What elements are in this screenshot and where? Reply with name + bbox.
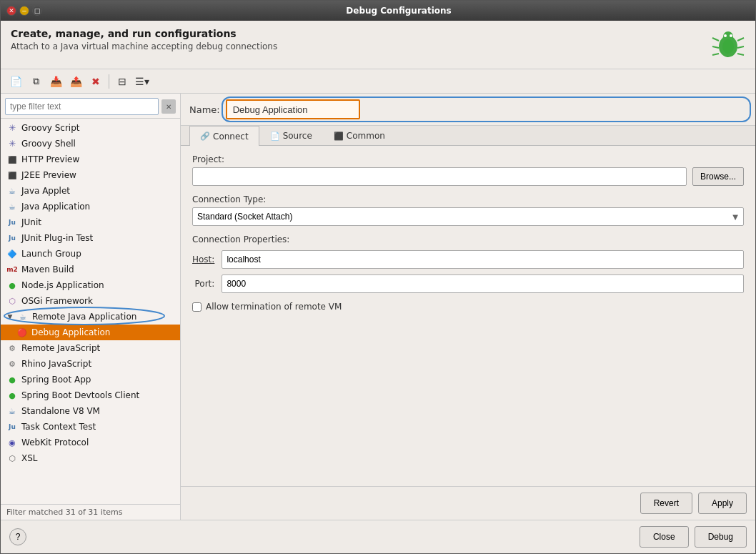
filter-status: Filter matched 31 of 31 items xyxy=(1,504,180,520)
export-button[interactable]: 📤 xyxy=(66,72,85,91)
junit-icon: Ju xyxy=(6,217,18,228)
collapse-button[interactable]: ⊟ xyxy=(113,72,131,91)
groovy-shell-icon: ✳ xyxy=(6,138,18,149)
header-subtitle: Attach to a Java virtual machine accepti… xyxy=(11,41,277,51)
sidebar-item-java-applet[interactable]: ☕ Java Applet xyxy=(1,183,180,199)
new-config-button[interactable]: 📄 xyxy=(6,72,25,91)
duplicate-button[interactable]: ⧉ xyxy=(26,72,45,91)
svg-point-9 xyxy=(730,34,732,37)
delete-button[interactable]: ✖ xyxy=(86,72,105,91)
maven-build-icon: m2 xyxy=(6,264,18,275)
connection-type-label: Connection Type: xyxy=(192,194,744,204)
sidebar-item-label: Maven Build xyxy=(21,264,74,274)
maximize-window-button[interactable]: □ xyxy=(32,6,42,16)
source-tab-icon: 📄 xyxy=(270,132,280,141)
tab-source-label: Source xyxy=(283,131,312,141)
debug-button[interactable]: Debug xyxy=(695,526,747,548)
view-menu-button[interactable]: ☰▾ xyxy=(133,72,151,91)
sidebar-item-label: Remote Java Application xyxy=(32,312,136,322)
main-content: ✕ ✳ Groovy Script ✳ Groovy Shell ⬛ HTTP … xyxy=(1,94,755,520)
left-panel: ✕ ✳ Groovy Script ✳ Groovy Shell ⬛ HTTP … xyxy=(1,94,181,520)
filter-clear-button[interactable]: ✕ xyxy=(161,99,176,114)
osgi-icon: ⬡ xyxy=(6,295,18,307)
help-button[interactable]: ? xyxy=(9,528,26,545)
browse-button[interactable]: Browse... xyxy=(692,167,744,186)
sidebar-item-groovy-script[interactable]: ✳ Groovy Script xyxy=(1,120,180,136)
sidebar-item-nodejs[interactable]: ● Node.js Application xyxy=(1,277,180,293)
toolbar: 📄 ⧉ 📥 📤 ✖ ⊟ ☰▾ xyxy=(1,69,755,94)
nodejs-icon: ● xyxy=(6,280,18,291)
sidebar-item-label: HTTP Preview xyxy=(21,154,79,164)
sidebar-item-maven-build[interactable]: m2 Maven Build xyxy=(1,262,180,277)
sidebar-item-label: Spring Boot Devtools Client xyxy=(21,390,139,400)
sidebar-item-remote-java[interactable]: ▼ ☕ Remote Java Application xyxy=(1,309,180,325)
sidebar-item-webkit[interactable]: ◉ WebKit Protocol xyxy=(1,435,180,450)
connection-props-title: Connection Properties: xyxy=(192,234,744,244)
junit-plugin-icon: Ju xyxy=(6,232,18,244)
tab-connect-label: Connect xyxy=(213,132,249,142)
remote-javascript-icon: ⚙ xyxy=(6,342,18,354)
sidebar-item-xsl[interactable]: ⬡ XSL xyxy=(1,450,180,466)
sidebar-item-label: Task Context Test xyxy=(21,422,96,432)
sidebar-item-rhino-javascript[interactable]: ⚙ Rhino JavaScript xyxy=(1,356,180,372)
header-area: Create, manage, and run configurations A… xyxy=(1,21,755,69)
sidebar-item-java-application[interactable]: ☕ Java Application xyxy=(1,199,180,214)
sidebar-item-launch-group[interactable]: 🔷 Launch Group xyxy=(1,246,180,262)
tab-common[interactable]: ⬛ Common xyxy=(323,126,396,145)
sidebar-item-spring-devtools[interactable]: ● Spring Boot Devtools Client xyxy=(1,387,180,403)
connect-tab-icon: 🔗 xyxy=(200,132,210,141)
sidebar-item-label: Rhino JavaScript xyxy=(21,359,91,369)
filter-input[interactable] xyxy=(5,98,159,115)
close-button[interactable]: Close xyxy=(640,526,689,548)
debug-application-icon: 🔴 xyxy=(16,327,28,338)
standalone-v8-icon: ☕ xyxy=(6,405,18,417)
port-input[interactable] xyxy=(222,274,744,293)
sidebar-item-standalone-v8[interactable]: ☕ Standalone V8 VM xyxy=(1,403,180,419)
svg-line-6 xyxy=(712,54,719,55)
tab-source[interactable]: 📄 Source xyxy=(259,126,323,145)
close-window-button[interactable]: ✕ xyxy=(6,6,16,16)
sidebar-item-debug-application[interactable]: 🔴 Debug Application xyxy=(1,325,180,340)
connection-type-select[interactable]: Standard (Socket Attach) Standard (Socke… xyxy=(192,207,744,226)
spring-boot-icon: ● xyxy=(6,374,18,385)
minimize-window-button[interactable]: − xyxy=(19,6,29,16)
host-input[interactable] xyxy=(222,250,744,269)
sidebar-item-osgi[interactable]: ⬡ OSGi Framework xyxy=(1,293,180,309)
sidebar-item-spring-boot[interactable]: ● Spring Boot App xyxy=(1,372,180,387)
import-button[interactable]: 📥 xyxy=(46,72,65,91)
xsl-icon: ⬡ xyxy=(6,452,18,464)
groovy-script-icon: ✳ xyxy=(6,122,18,134)
sidebar-item-label: Node.js Application xyxy=(21,280,104,290)
project-label: Project: xyxy=(192,154,744,164)
import-icon: 📥 xyxy=(50,76,62,87)
help-icon: ? xyxy=(16,532,21,542)
sidebar-item-http-preview[interactable]: ⬛ HTTP Preview xyxy=(1,152,180,167)
props-grid: Host: Port: xyxy=(192,250,744,293)
sidebar-item-label: J2EE Preview xyxy=(21,170,76,180)
export-icon: 📤 xyxy=(70,76,82,87)
revert-button[interactable]: Revert xyxy=(640,493,692,514)
sidebar-item-label: XSL xyxy=(21,453,38,463)
collapse-icon: ⊟ xyxy=(118,76,126,87)
new-config-icon: 📄 xyxy=(10,76,22,87)
sidebar-item-label: JUnit Plug-in Test xyxy=(21,233,93,243)
sidebar-item-label: WebKit Protocol xyxy=(21,437,89,447)
allow-termination-label[interactable]: Allow termination of remote VM xyxy=(206,302,342,312)
allow-termination-checkbox[interactable] xyxy=(192,302,202,312)
sidebar-item-label: Standalone V8 VM xyxy=(21,406,100,416)
tab-connect[interactable]: 🔗 Connect xyxy=(189,126,259,146)
project-input[interactable] xyxy=(192,167,687,186)
sidebar-item-task-context[interactable]: Ju Task Context Test xyxy=(1,419,180,435)
launch-group-icon: 🔷 xyxy=(6,248,18,259)
name-input[interactable] xyxy=(226,99,360,119)
tree-list: ✳ Groovy Script ✳ Groovy Shell ⬛ HTTP Pr… xyxy=(1,119,180,504)
duplicate-icon: ⧉ xyxy=(33,76,39,87)
sidebar-item-junit-plugin[interactable]: Ju JUnit Plug-in Test xyxy=(1,230,180,246)
task-context-icon: Ju xyxy=(6,421,18,432)
sidebar-item-remote-javascript[interactable]: ⚙ Remote JavaScript xyxy=(1,340,180,356)
sidebar-item-junit[interactable]: Ju JUnit xyxy=(1,214,180,230)
java-application-icon: ☕ xyxy=(6,201,18,212)
sidebar-item-j2ee-preview[interactable]: ⬛ J2EE Preview xyxy=(1,167,180,183)
apply-button[interactable]: Apply xyxy=(698,493,747,514)
sidebar-item-groovy-shell[interactable]: ✳ Groovy Shell xyxy=(1,136,180,152)
